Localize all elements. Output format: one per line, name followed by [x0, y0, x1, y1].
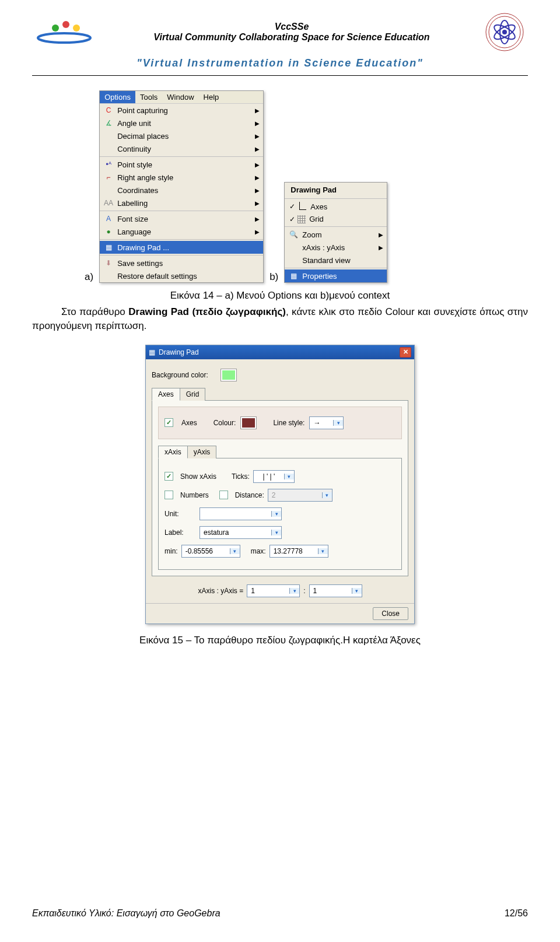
colour-swatch[interactable] — [240, 416, 257, 429]
menu-item-icon: ⌐ — [103, 173, 114, 182]
menu-item-label: Save settings — [117, 259, 163, 268]
logo-right — [481, 12, 528, 52]
ctx-zoom[interactable]: 🔍Zoom▶ — [285, 228, 387, 241]
menu-item[interactable]: AALabelling▶ — [100, 197, 263, 209]
menu-item[interactable]: Restore default settings — [100, 269, 263, 282]
menu-item-label: Point style — [117, 160, 152, 169]
menu-item[interactable]: ⬇Save settings — [100, 257, 263, 269]
showx-checkbox[interactable] — [164, 472, 173, 481]
subtab-xaxis[interactable]: xAxis — [158, 446, 188, 458]
linestyle-label: Line style: — [273, 419, 304, 427]
chevron-right-icon: ▶ — [255, 216, 260, 222]
menu-item-icon: C — [103, 106, 114, 115]
menu-item-icon: ⬇ — [103, 258, 114, 268]
ratio-sep: : — [303, 587, 305, 595]
chevron-right-icon: ▶ — [255, 200, 260, 206]
chevron-right-icon: ▶ — [255, 146, 260, 152]
subtab-yaxis[interactable]: yAxis — [187, 446, 217, 458]
tab-grid[interactable]: Grid — [180, 388, 206, 401]
footer-left: Εκπαιδευτικό Υλικό: Εισαγωγή στο GeoGebr… — [32, 908, 220, 919]
ctx-ratio[interactable]: xAxis : yAxis▶ — [285, 241, 387, 254]
tab-axes[interactable]: Axes — [152, 388, 180, 401]
min-label: min: — [164, 547, 178, 555]
menu-item-label: Continuity — [117, 145, 151, 153]
unit-select[interactable]: ▾ — [200, 507, 282, 520]
menu-help[interactable]: Help — [199, 91, 224, 103]
menu-item[interactable]: ●Language▶ — [100, 225, 263, 238]
menu-item-icon — [103, 271, 114, 281]
dialog-titlebar: ▦ Drawing Pad ✕ — [146, 345, 414, 359]
logo-left — [32, 17, 102, 47]
paragraph: Στο παράθυρο Drawing Pad (πεδίο ζωγραφικ… — [32, 305, 528, 333]
menu-item[interactable]: ▦Drawing Pad ... — [100, 241, 263, 254]
distance-checkbox[interactable] — [219, 491, 228, 499]
close-button[interactable]: Close — [373, 607, 408, 620]
menu-item-label: Decimal places — [117, 132, 169, 141]
ratio-label: xAxis : yAxis = — [198, 587, 243, 595]
ticks-label: Ticks: — [232, 472, 250, 481]
menu-item-label: Font size — [117, 215, 148, 223]
figure15-caption: Εικόνα 15 – Το παράθυρο πεδίου ζωγραφική… — [32, 635, 528, 646]
ticks-select[interactable]: | ' | '▾ — [253, 470, 295, 483]
menu-item-label: Language — [117, 227, 151, 236]
figure14-caption: Εικόνα 14 – a) Μενού Options και b)μενού… — [32, 290, 528, 302]
chevron-right-icon: ▶ — [255, 187, 260, 194]
ctx-properties[interactable]: ▦Properties — [285, 269, 387, 282]
numbers-label: Numbers — [180, 491, 209, 499]
min-select[interactable]: -0.85556▾ — [181, 545, 240, 558]
svg-point-1 — [52, 24, 59, 31]
bg-color-swatch[interactable] — [220, 369, 237, 381]
menu-options[interactable]: Options — [100, 91, 135, 103]
svg-point-2 — [62, 21, 69, 28]
grid-icon — [298, 215, 306, 223]
figure-a-label: a) — [85, 271, 93, 283]
dialog-title: Drawing Pad — [159, 348, 199, 356]
menu-item[interactable]: ⌐Right angle style▶ — [100, 171, 263, 184]
showx-label: Show xAxis — [180, 472, 216, 481]
axes-checkbox[interactable] — [164, 418, 173, 427]
menu-tools[interactable]: Tools — [135, 91, 162, 103]
numbers-checkbox[interactable] — [164, 491, 173, 499]
linestyle-select[interactable]: →▾ — [309, 416, 344, 429]
label-select[interactable]: estatura▾ — [200, 526, 282, 539]
options-menu: Options Tools Window Help CPoint capturi… — [99, 90, 264, 283]
header-title: VccSSe — [108, 22, 475, 32]
distance-label: Distance: — [235, 491, 264, 499]
menu-item-label: Right angle style — [117, 173, 173, 182]
context-title: Drawing Pad — [285, 183, 387, 197]
ratio-b-select[interactable]: 1▾ — [309, 584, 362, 597]
menu-item[interactable]: AFont size▶ — [100, 212, 263, 225]
ctx-standard[interactable]: Standard view — [285, 254, 387, 267]
menu-item[interactable]: •ᴬPoint style▶ — [100, 158, 263, 171]
svg-point-9 — [502, 30, 507, 34]
menu-item[interactable]: ∡Angle unit▶ — [100, 117, 263, 129]
menu-item-label: Drawing Pad ... — [117, 243, 169, 252]
label-label: Label: — [164, 528, 196, 537]
ctx-grid[interactable]: ✓Grid — [285, 213, 387, 225]
menu-item[interactable]: CPoint capturing▶ — [100, 104, 263, 117]
axes-icon — [298, 202, 307, 211]
chevron-right-icon: ▶ — [255, 229, 260, 235]
chevron-right-icon: ▶ — [255, 162, 260, 168]
chevron-right-icon: ▶ — [255, 133, 260, 139]
menu-item[interactable]: Coordinates▶ — [100, 184, 263, 197]
menu-item-label: Coordinates — [117, 186, 158, 195]
ratio-a-select[interactable]: 1▾ — [247, 584, 300, 597]
menu-window[interactable]: Window — [162, 91, 198, 103]
menu-item[interactable]: Decimal places▶ — [100, 129, 263, 142]
close-icon[interactable]: ✕ — [400, 347, 411, 358]
distance-select[interactable]: 2▾ — [268, 489, 332, 502]
menu-item-icon — [103, 185, 114, 195]
menu-item-icon — [103, 144, 114, 153]
menu-item[interactable]: Continuity▶ — [100, 142, 263, 155]
page-number: 12/56 — [505, 908, 528, 919]
header-slogan: "Virtual Instrumentation in Science Educ… — [32, 57, 528, 69]
menu-item-icon: A — [103, 214, 114, 223]
dialog-icon: ▦ — [149, 348, 155, 356]
menu-bar: Options Tools Window Help — [100, 91, 263, 104]
ctx-axes[interactable]: ✓Axes — [285, 200, 387, 213]
max-select[interactable]: 13.27778▾ — [270, 545, 328, 558]
props-icon: ▦ — [288, 271, 299, 281]
menu-item-icon — [103, 131, 114, 141]
menu-item-icon: AA — [103, 198, 114, 208]
